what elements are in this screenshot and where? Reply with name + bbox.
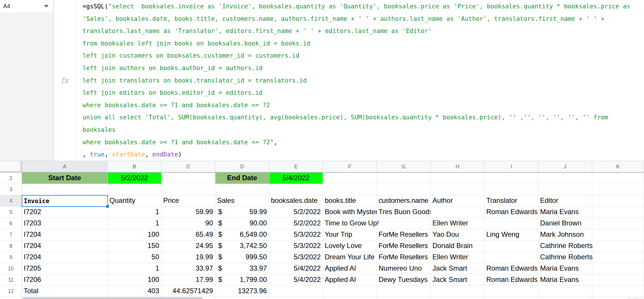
cell-C12[interactable]: 44.62571429 (162, 286, 215, 297)
cell-C10[interactable]: 33.97 (162, 263, 215, 274)
cell-J12[interactable] (538, 286, 592, 297)
column-header-J[interactable]: J (538, 161, 592, 173)
cell-I8[interactable] (485, 240, 538, 252)
cell-A4[interactable]: Invoice (22, 195, 108, 207)
cell-E11[interactable]: 5/4/2022 (269, 274, 323, 286)
column-header-H[interactable]: H (431, 161, 485, 173)
cell-D10[interactable]: $33.97 (215, 263, 269, 274)
cell-K5[interactable] (592, 207, 644, 218)
cell-I2[interactable] (485, 173, 538, 184)
cell-K10[interactable] (592, 263, 644, 274)
cell-B11[interactable]: 100 (108, 274, 162, 286)
cell-D2[interactable]: End Date (215, 173, 269, 184)
cell-K4[interactable] (592, 195, 644, 207)
cell-G8[interactable]: ForMe Resellers (377, 240, 431, 252)
row-header-10[interactable]: 10 (0, 263, 22, 274)
cell-C3[interactable] (162, 184, 215, 195)
column-header-E[interactable]: E (269, 161, 323, 173)
row-header-5[interactable]: 5 (0, 207, 22, 218)
cell-H11[interactable]: Jack Smart (431, 274, 485, 286)
row-header-4[interactable]: 4 (0, 195, 22, 207)
cell-F2[interactable] (323, 173, 377, 184)
cell-I9[interactable] (485, 252, 538, 263)
formula-input[interactable]: =gsSQL("select booksales.invoice as 'Inv… (76, 0, 644, 161)
name-box[interactable]: A4 (0, 0, 53, 12)
cell-B10[interactable]: 1 (108, 263, 162, 274)
row-header-9[interactable]: 9 (0, 252, 22, 263)
cell-B6[interactable]: 1 (108, 218, 162, 229)
cell-B3[interactable] (108, 184, 162, 195)
cell-K9[interactable] (592, 252, 644, 263)
cell-H3[interactable] (431, 184, 485, 195)
cell-E4[interactable]: booksales.date (269, 195, 323, 207)
cell-I3[interactable] (485, 184, 538, 195)
cell-G10[interactable]: Numereo Uno (377, 263, 431, 274)
cell-B7[interactable]: 100 (108, 229, 162, 240)
cell-I11[interactable]: Roman Edwards (485, 274, 538, 286)
cell-C2[interactable] (162, 173, 215, 184)
cell-E9[interactable]: 5/3/2022 (269, 252, 323, 263)
cell-I5[interactable]: Roman Edwards (485, 207, 538, 218)
cell-J11[interactable]: Maria Evans (538, 274, 592, 286)
cell-A9[interactable]: I7204 (22, 252, 108, 263)
cell-J3[interactable] (538, 184, 592, 195)
cell-E6[interactable]: 5/2/2022 (269, 218, 323, 229)
row-header-7[interactable]: 7 (0, 229, 22, 240)
cell-A11[interactable]: I7206 (22, 274, 108, 286)
cell-A3[interactable] (22, 184, 108, 195)
cell-H7[interactable]: Yao Dou (431, 229, 485, 240)
cell-F3[interactable] (323, 184, 377, 195)
cell-D9[interactable]: $999.50 (215, 252, 269, 263)
cell-H5[interactable] (431, 207, 485, 218)
cell-A2[interactable]: Start Date (22, 173, 108, 184)
cell-H2[interactable] (431, 173, 485, 184)
cell-J2[interactable] (538, 173, 592, 184)
cell-C9[interactable]: 19.99 (162, 252, 215, 263)
cell-H10[interactable]: Jack Smart (431, 263, 485, 274)
cell-I6[interactable] (485, 218, 538, 229)
cell-E5[interactable]: 5/2/2022 (269, 207, 323, 218)
cell-B5[interactable]: 1 (108, 207, 162, 218)
column-header-C[interactable]: C (162, 161, 215, 173)
cell-D3[interactable] (215, 184, 269, 195)
cell-J9[interactable]: Cathrine Roberts (538, 252, 592, 263)
cell-G11[interactable]: Dewy Tuesdays (377, 274, 431, 286)
cell-K6[interactable] (592, 218, 644, 229)
cell-A7[interactable]: I7204 (22, 229, 108, 240)
cell-E2[interactable]: 5/4/2022 (269, 173, 323, 184)
column-header-D[interactable]: D (215, 161, 269, 173)
row-header-3[interactable]: 3 (0, 184, 22, 195)
cell-H6[interactable]: Ellen Writer (431, 218, 485, 229)
cell-G2[interactable] (377, 173, 431, 184)
cell-A5[interactable]: I7202 (22, 207, 108, 218)
column-header-B[interactable]: B (108, 161, 162, 173)
cell-H4[interactable]: Author (431, 195, 485, 207)
row-header-11[interactable]: 11 (0, 274, 22, 286)
cell-F7[interactable]: Your Trip (323, 229, 377, 240)
cell-C7[interactable]: 65.49 (162, 229, 215, 240)
horizontal-scrollbar[interactable] (22, 297, 644, 299)
cell-I4[interactable]: Translator (485, 195, 538, 207)
scrollbar-thumb[interactable] (23, 297, 203, 299)
cell-E3[interactable] (269, 184, 323, 195)
column-header-I[interactable]: I (485, 161, 538, 173)
row-header-12[interactable]: 12 (0, 286, 22, 297)
cell-A10[interactable]: I7205 (22, 263, 108, 274)
cell-K3[interactable] (592, 184, 644, 195)
row-header-8[interactable]: 8 (0, 240, 22, 252)
cell-F5[interactable]: Book with Myster (323, 207, 377, 218)
cell-H8[interactable]: Donald Brain (431, 240, 485, 252)
cell-C6[interactable]: 90 (162, 218, 215, 229)
row-header-6[interactable]: 6 (0, 218, 22, 229)
row-header-2[interactable]: 2 (0, 173, 22, 184)
cell-K12[interactable] (592, 286, 644, 297)
cell-I12[interactable] (485, 286, 538, 297)
cell-K7[interactable] (592, 229, 644, 240)
cell-B12[interactable]: 403 (108, 286, 162, 297)
cell-A8[interactable]: I7204 (22, 240, 108, 252)
cell-F9[interactable]: Dream Your Life (323, 252, 377, 263)
cell-C5[interactable]: 59.99 (162, 207, 215, 218)
cell-F8[interactable]: Lovely Love (323, 240, 377, 252)
row-header-partial[interactable] (0, 297, 22, 299)
cell-F11[interactable]: Applied AI (323, 274, 377, 286)
